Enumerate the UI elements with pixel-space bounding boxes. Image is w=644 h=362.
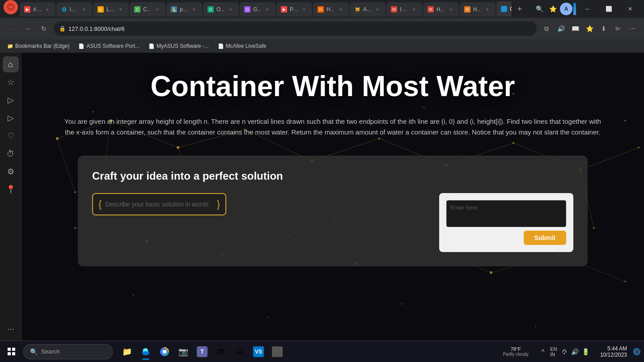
start-button[interactable] — [4, 344, 20, 360]
tab-close-tab-10[interactable]: × — [374, 6, 381, 13]
tab-strip: ▶#6 | Reac...×🌐localhost×LLeetCode×CCont… — [20, 1, 512, 17]
solution-card: Craft your idea into a perfect solution … — [78, 156, 588, 266]
svg-point-60 — [163, 350, 166, 354]
tab-label-tab-11: Inbox (2) — [400, 6, 408, 13]
chat-box-area: Submit — [439, 193, 573, 252]
bookmark-bookmarks-bar-(edge)[interactable]: 📁Bookmarks Bar (Edge) — [5, 42, 71, 50]
tab-close-tab-12[interactable]: × — [447, 6, 454, 13]
refresh-button[interactable]: ↻ — [38, 22, 50, 35]
sidebar-item-heart[interactable]: ♡ — [3, 128, 19, 144]
taskbar-app-teams[interactable]: T — [193, 343, 211, 361]
tab-close-tab-13[interactable]: × — [484, 6, 491, 13]
tray-language[interactable]: ENIN — [549, 347, 558, 356]
tab-close-tab-7[interactable]: × — [264, 6, 271, 13]
tab-close-tab-9[interactable]: × — [337, 6, 344, 13]
new-tab-button[interactable]: + — [513, 3, 526, 15]
tab-tab-12[interactable]: MHere's yo...× — [423, 2, 459, 17]
tab-tab-3[interactable]: LLeetCode× — [93, 2, 129, 17]
volume-icon[interactable]: 🔊 — [571, 347, 580, 356]
immersive-reader-button[interactable]: 📖 — [569, 22, 581, 35]
tab-favicon-tab-6: O — [208, 6, 214, 13]
tab-favicon-tab-8: ▶ — [281, 6, 287, 13]
sidebar-item-location[interactable]: 📍 — [3, 181, 19, 198]
taskbar-app-store[interactable]: 🛍 — [212, 343, 230, 361]
taskbar-app-explorer-2[interactable]: 🗂 — [231, 343, 249, 361]
tab-tab-7[interactable]: GGPT - Op...× — [240, 2, 275, 17]
browser-logo[interactable] — [4, 0, 18, 14]
sidebar-item-send[interactable]: ▷ — [3, 110, 19, 126]
taskbar-app-camera[interactable]: 📷 — [174, 343, 192, 361]
maximize-button[interactable]: ⬜ — [598, 3, 619, 15]
tab-tab-13[interactable]: HHackMa...× — [460, 2, 496, 17]
taskbar-search-bar[interactable]: 🔍 Search — [23, 344, 113, 359]
tab-label-tab-1: #6 | Reac... — [33, 6, 41, 13]
battery-icon[interactable]: 🔋 — [581, 347, 590, 356]
sidebar-item-play[interactable]: ▷ — [3, 92, 19, 108]
file-explorer-icon: 📁 — [122, 346, 132, 357]
tab-close-tab-6[interactable]: × — [227, 6, 234, 13]
sidebar-item-settings[interactable]: ⚙ — [3, 164, 19, 180]
bookmark-myasus-software--...[interactable]: 📄MyASUS Software -... — [147, 42, 211, 50]
add-favorite-button[interactable]: ⭐ — [583, 22, 596, 35]
back-button[interactable]: ← — [5, 22, 18, 35]
tab-tab-1[interactable]: ▶#6 | Reac...× — [20, 2, 55, 17]
idea-input[interactable] — [102, 201, 216, 208]
split-screen-button[interactable]: ⧉ — [540, 22, 553, 35]
network-icon[interactable] — [560, 347, 569, 356]
bookmark-mcafee-livesafe[interactable]: 📄McAfee LiveSafe — [216, 42, 268, 50]
bookmark-icon: 📄 — [148, 43, 155, 49]
sidebar-item-history[interactable]: ⏱ — [3, 146, 19, 162]
sidebar-item-favorites[interactable]: ☆ — [3, 74, 19, 90]
address-bar[interactable]: 🔒 127.0.0.1:8000/chat/6 — [54, 21, 537, 36]
tab-tab-11[interactable]: MInbox (2)× — [386, 2, 422, 17]
taskbar-apps: 📁 📷 — [118, 343, 286, 361]
tab-favicon-tab-14: 🌐 — [501, 6, 507, 12]
taskbar-search-icon: 🔍 — [30, 348, 38, 355]
tab-close-tab-2[interactable]: × — [80, 6, 88, 13]
feedback-button[interactable]: ⭐ — [547, 3, 559, 15]
tab-tab-14[interactable]: 🌐Chat× — [496, 1, 512, 17]
forward-button[interactable]: → — [21, 22, 34, 35]
submit-button[interactable]: Submit — [524, 231, 566, 245]
tab-close-tab-1[interactable]: × — [44, 6, 51, 13]
close-button[interactable]: ✕ — [620, 3, 640, 15]
taskbar-app-edge[interactable] — [137, 343, 155, 361]
tab-close-tab-4[interactable]: × — [154, 6, 161, 13]
idea-input-wrapper: { } — [92, 193, 226, 215]
chat-textarea[interactable] — [446, 200, 566, 227]
tab-tab-2[interactable]: 🌐localhost× — [56, 2, 92, 17]
tab-tab-9[interactable]: HHow to M...× — [313, 2, 349, 17]
minimize-button[interactable]: ─ — [577, 3, 597, 15]
profile-avatar[interactable]: A — [560, 3, 572, 15]
main-content: ⌂ ☆ ▷ ▷ ♡ ⏱ ⚙ 📍 ⋯ — [0, 53, 644, 341]
tab-tab-8[interactable]: ▶Python D...× — [276, 2, 312, 17]
tab-tab-4[interactable]: CContaine...× — [130, 2, 165, 17]
sidebar-toggle-button[interactable]: ⊫ — [612, 22, 624, 35]
tab-close-tab-8[interactable]: × — [301, 6, 308, 13]
taskbar-app-fileexplorer[interactable]: 📁 — [118, 343, 136, 361]
tab-close-tab-11[interactable]: × — [411, 6, 418, 13]
bookmarks-bar: 📁Bookmarks Bar (Edge)📄ASUS Software Port… — [0, 39, 644, 53]
taskbar-app-unknown[interactable] — [268, 343, 286, 361]
weather-widget[interactable]: 78°F Partly cloudy — [500, 346, 532, 357]
taskbar-app-vscode[interactable]: VS — [250, 343, 267, 361]
tab-tab-10[interactable]: 🐱Adhil523...× — [350, 2, 386, 17]
download-button[interactable]: ⬇ — [597, 22, 610, 35]
tab-tab-5[interactable]: 🐍python -× — [166, 2, 202, 17]
tab-close-tab-5[interactable]: × — [191, 6, 198, 13]
sidebar-item-home[interactable]: ⌂ — [3, 56, 19, 72]
notification-dot[interactable]: ⬛ — [633, 348, 640, 355]
settings-menu-button[interactable]: ⋯ — [626, 22, 639, 35]
taskbar: 🔍 Search 📁 — [0, 341, 644, 362]
tray-chevron[interactable]: ^ — [538, 347, 547, 356]
read-aloud-button[interactable]: 🔊 — [555, 22, 567, 35]
tab-tab-6[interactable]: OOpenAI A...× — [203, 2, 239, 17]
tab-label-tab-7: GPT - Op... — [253, 6, 261, 13]
clock-area[interactable]: 5:44 AM 10/12/2023 — [597, 345, 631, 358]
search-tab-button[interactable]: 🔍 — [533, 3, 546, 15]
bookmark-asus-software-port...[interactable]: 📄ASUS Software Port... — [76, 42, 141, 50]
taskbar-app-chrome[interactable] — [156, 343, 174, 361]
tab-close-tab-3[interactable]: × — [117, 6, 124, 13]
tab-label-tab-13: HackMa... — [473, 6, 481, 13]
sidebar-item-more[interactable]: ⋯ — [3, 321, 19, 337]
